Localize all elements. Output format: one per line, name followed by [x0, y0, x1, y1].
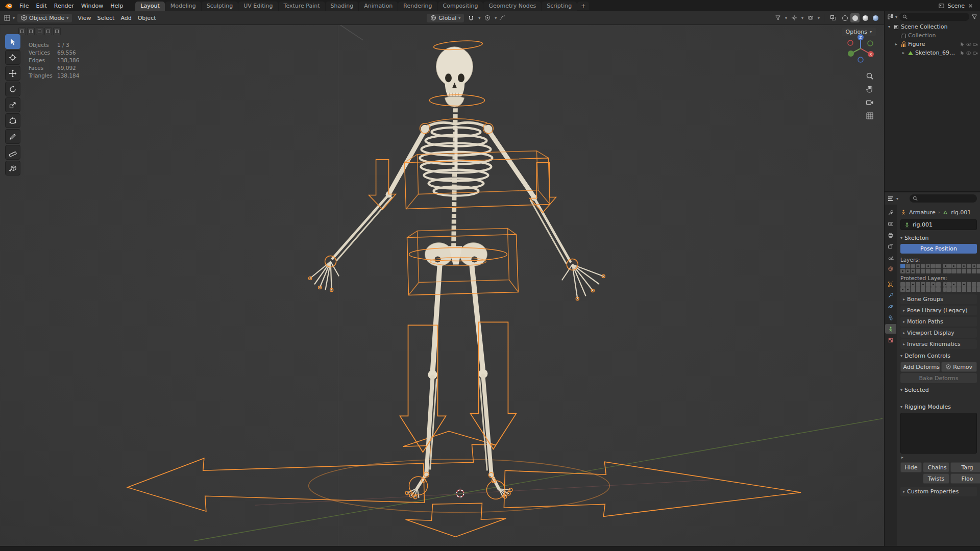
protected-layer-toggle[interactable] — [943, 282, 946, 287]
workspace-tab[interactable]: Texture Paint — [279, 2, 325, 11]
layer-toggle[interactable] — [926, 269, 930, 273]
tab-scene[interactable] — [885, 253, 896, 262]
tab-texture[interactable] — [885, 335, 896, 345]
protected-layer-toggle[interactable] — [957, 282, 961, 287]
protected-layer-toggle[interactable] — [972, 287, 976, 292]
gizmos-toggle-button[interactable] — [790, 13, 799, 22]
selectable-icon[interactable] — [960, 42, 965, 47]
viewport-menu-item[interactable]: Add — [117, 14, 134, 22]
protected-layer-toggle[interactable] — [946, 282, 951, 287]
falloff-caret-icon[interactable]: ▾ — [495, 16, 497, 20]
rigging-modules-header[interactable]: Rigging Modules — [900, 402, 977, 412]
toggle-icon[interactable] — [27, 28, 35, 35]
editor-type-icon[interactable] — [4, 15, 10, 21]
layer-toggle[interactable] — [962, 269, 966, 273]
twists-button[interactable]: Twists — [923, 473, 949, 484]
toggle-icon[interactable] — [53, 28, 61, 35]
expand-caret-icon[interactable]: ▾ — [887, 24, 892, 29]
tab-physics[interactable] — [885, 302, 896, 311]
protected-layer-toggle[interactable] — [936, 287, 941, 292]
rigging-modules-list[interactable] — [900, 413, 977, 454]
shading-solid-button[interactable] — [850, 13, 860, 22]
layer-toggle[interactable] — [936, 269, 941, 273]
tab-output[interactable] — [885, 230, 896, 240]
protected-layer-toggle[interactable] — [957, 287, 961, 292]
protected-layer-toggle[interactable] — [916, 287, 920, 292]
remove-deforms-button[interactable]: Remov — [941, 362, 977, 372]
hide-eye-icon[interactable] — [966, 42, 971, 47]
xray-toggle-button[interactable] — [828, 13, 838, 22]
toggle-icon[interactable] — [44, 28, 52, 35]
annotate-tool[interactable] — [5, 129, 20, 144]
hide-eye-icon[interactable] — [966, 51, 971, 56]
panel-header[interactable]: Viewport Display — [900, 328, 977, 338]
tab-modifiers[interactable] — [885, 290, 896, 300]
protected-layer-toggle[interactable] — [900, 287, 905, 292]
layer-toggle[interactable] — [951, 269, 956, 273]
tab-render[interactable] — [885, 219, 896, 229]
panel-header[interactable]: Bone Groups — [900, 294, 977, 304]
gizmos-caret-icon[interactable]: ▾ — [801, 16, 803, 20]
protected-layer-toggle[interactable] — [951, 282, 956, 287]
protected-layer-toggle[interactable] — [905, 287, 910, 292]
custom-properties-header[interactable]: Custom Properties — [900, 487, 977, 496]
layer-toggle[interactable] — [911, 269, 915, 273]
breadcrumb-object[interactable]: Armature — [909, 209, 936, 216]
protected-layer-toggle[interactable] — [900, 282, 905, 287]
transform-tool[interactable] — [5, 113, 20, 128]
measure-tool[interactable] — [5, 145, 20, 160]
protected-layer-toggle[interactable] — [905, 282, 910, 287]
workspace-tab[interactable]: Geometry Nodes — [483, 2, 541, 11]
scale-tool[interactable] — [5, 97, 20, 112]
selectable-icon[interactable] — [960, 51, 965, 56]
toggle-ortho-icon[interactable] — [866, 112, 874, 120]
panel-header[interactable]: Pose Library (Legacy) — [900, 306, 977, 315]
protected-layer-toggle[interactable] — [946, 287, 951, 292]
proportional-editing-button[interactable] — [483, 13, 492, 22]
pan-hand-icon[interactable] — [866, 85, 874, 93]
protected-layer-toggle[interactable] — [926, 282, 930, 287]
workspace-tab[interactable]: Animation — [359, 2, 398, 11]
scene-selector[interactable]: Scene — [938, 3, 976, 9]
bake-deforms-button[interactable]: Bake Deforms — [900, 373, 977, 383]
layer-toggle[interactable] — [946, 269, 951, 273]
protected-layer-toggle[interactable] — [931, 287, 936, 292]
layer-toggle[interactable] — [926, 264, 930, 268]
outliner-row[interactable]: ▾ Scene Collection — [885, 22, 980, 31]
protected-layer-toggle[interactable] — [972, 282, 976, 287]
menu-item[interactable]: File — [16, 2, 32, 10]
layer-toggle[interactable] — [972, 264, 976, 268]
transform-orientation-dropdown[interactable]: Global ▾ — [427, 14, 464, 22]
outliner-row[interactable]: Collection — [885, 31, 980, 40]
menu-item[interactable]: Render — [51, 2, 78, 10]
layer-toggle[interactable] — [943, 264, 946, 268]
protected-layer-toggle[interactable] — [931, 282, 936, 287]
navigation-gizmo[interactable]: Z X — [844, 32, 877, 65]
viewport-menu-item[interactable]: View — [75, 14, 94, 22]
unlink-scene-icon[interactable] — [967, 3, 974, 9]
properties-search-input[interactable] — [910, 194, 977, 203]
layer-toggle[interactable] — [972, 269, 976, 273]
outliner-row[interactable]: ▸ Figure — [885, 40, 980, 48]
layer-toggle[interactable] — [921, 269, 925, 273]
layer-toggle[interactable] — [900, 264, 905, 268]
layer-toggle[interactable] — [977, 264, 980, 268]
snap-magnet-button[interactable] — [467, 13, 476, 22]
workspace-tab[interactable]: Shading — [326, 2, 359, 11]
expand-caret-icon[interactable]: ▸ — [901, 51, 906, 55]
tab-tool[interactable] — [885, 208, 896, 217]
skeleton-section-header[interactable]: Skeleton — [900, 233, 977, 243]
protected-layer-toggle[interactable] — [921, 282, 925, 287]
layer-toggle[interactable] — [957, 264, 961, 268]
tab-object[interactable] — [885, 279, 896, 289]
layer-toggle[interactable] — [905, 264, 910, 268]
panel-header[interactable]: Inverse Kinematics — [900, 339, 977, 349]
shading-material-button[interactable] — [861, 13, 870, 22]
protected-layer-toggle[interactable] — [943, 287, 946, 292]
protected-layer-toggle[interactable] — [936, 282, 941, 287]
overlays-caret-icon[interactable]: ▾ — [818, 16, 820, 20]
panel-header[interactable]: Motion Paths — [900, 317, 977, 327]
list-expand-caret-icon[interactable]: ▸ — [900, 455, 977, 460]
layer-toggle[interactable] — [936, 264, 941, 268]
select-box-tool[interactable] — [5, 34, 20, 49]
